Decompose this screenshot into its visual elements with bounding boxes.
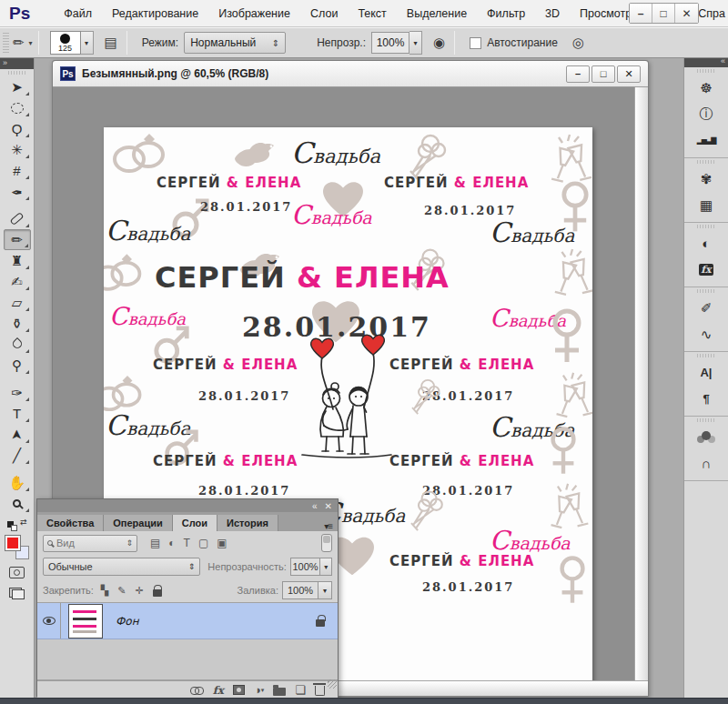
options-grip[interactable] — [3, 33, 9, 53]
line-tool[interactable]: ╱ — [4, 445, 31, 466]
pressure-opacity-icon[interactable]: ◉ — [430, 35, 449, 51]
layer-fill-value[interactable]: 100% — [282, 581, 318, 599]
crop-tool[interactable]: # — [4, 160, 31, 181]
layer-style-icon[interactable]: fx — [213, 684, 224, 697]
quick-mask-button[interactable] — [9, 567, 25, 578]
vertical-scrollbar[interactable] — [634, 87, 648, 680]
tools-collapse-button[interactable]: » — [0, 58, 34, 69]
lock-position-icon[interactable]: ✛ — [135, 585, 143, 597]
lock-transparency-icon[interactable]: ▚ — [101, 585, 108, 597]
brush-picker-arrow[interactable]: ▾ — [81, 31, 94, 55]
doc-minimize-button[interactable]: – — [566, 65, 590, 83]
paint-bucket-tool[interactable]: ⚱ — [4, 313, 31, 334]
airbrush-icon[interactable]: ◎ — [569, 35, 588, 51]
marquee-tool[interactable] — [4, 97, 31, 118]
pencil-tool[interactable]: ✏ — [4, 229, 31, 250]
doc-close-button[interactable]: ✕ — [617, 65, 641, 83]
swatches-panel-icon[interactable]: ▦ — [684, 192, 728, 218]
tab-свойства[interactable]: Свойства — [37, 515, 104, 531]
app-maximize-button[interactable]: □ — [652, 4, 675, 23]
path-select-tool[interactable]: ➤ — [4, 424, 31, 445]
brush-panel-icon[interactable]: ✐ — [684, 295, 728, 321]
doc-maximize-button[interactable]: □ — [592, 65, 615, 83]
menu-изображение[interactable]: Изображение — [208, 2, 300, 25]
panel-corner-grip[interactable] — [328, 679, 337, 689]
layer-filter-toggle[interactable] — [321, 534, 332, 552]
app-minimize-button[interactable]: – — [630, 4, 652, 23]
filter-type-layers-icon[interactable]: T — [184, 537, 190, 549]
color-panel-icon[interactable]: ✾ — [684, 166, 728, 192]
pencil-tool-icon[interactable]: ✏ — [9, 35, 28, 51]
dock-drag-handle[interactable] — [684, 417, 728, 424]
swap-colors-icon[interactable]: ⇄ — [7, 519, 27, 532]
panel-collapse-icon[interactable]: « — [312, 501, 318, 511]
tab-операции[interactable]: Операции — [104, 515, 172, 531]
tab-история[interactable]: История — [217, 515, 278, 531]
dock-drag-handle[interactable] — [684, 223, 728, 230]
clone-stamp-tool[interactable]: ♜ — [4, 250, 31, 271]
filter-pixel-layers-icon[interactable]: ▤ — [150, 537, 160, 549]
screen-mode-button[interactable] — [9, 588, 25, 599]
menu-3d[interactable]: 3D — [535, 2, 570, 25]
add-mask-icon[interactable] — [233, 685, 245, 695]
brush-panel-toggle-icon[interactable]: ▤ — [101, 35, 121, 51]
app-close-button[interactable]: ✕ — [675, 4, 698, 23]
document-titlebar[interactable]: Ps Безымянный.png @ 60,5% (RGB/8) – □ ✕ — [53, 61, 648, 87]
lock-pixels-icon[interactable]: ✎ — [117, 585, 126, 597]
menu-выделение[interactable]: Выделение — [397, 2, 477, 25]
autoerase-checkbox[interactable] — [470, 37, 481, 49]
move-tool[interactable]: ➤ — [4, 76, 31, 97]
healing-brush-tool[interactable] — [4, 208, 31, 229]
tool-preset-arrow[interactable]: ▾ — [29, 39, 33, 47]
color-themes-panel-icon[interactable] — [684, 424, 728, 450]
pen-tool[interactable]: ✑ — [4, 382, 31, 403]
menu-слои[interactable]: Слои — [300, 2, 348, 25]
paragraph-panel-icon[interactable]: ¶ — [684, 386, 728, 412]
eyedropper-tool[interactable]: ✒ — [4, 181, 31, 202]
histogram-panel-icon[interactable]: ▂▅▃▇ — [684, 127, 728, 154]
layer-row[interactable]: Фон — [37, 603, 338, 639]
blur-tool[interactable] — [4, 334, 31, 355]
magic-wand-tool[interactable]: ✳ — [4, 139, 31, 160]
panel-menu-icon[interactable]: ▾≡ — [324, 521, 332, 531]
link-layers-icon[interactable] — [190, 687, 204, 694]
brush-presets-panel-icon[interactable]: ∿ — [684, 321, 728, 347]
adjustment-layer-icon[interactable]: ◑▾ — [254, 683, 264, 697]
zoom-tool[interactable] — [4, 493, 31, 514]
navigator-panel-icon[interactable]: ☸ — [684, 75, 728, 101]
layer-filter-select[interactable]: Вид ⇕ — [43, 535, 137, 552]
new-group-icon[interactable] — [273, 685, 286, 696]
menu-редактирование[interactable]: Редактирование — [102, 2, 208, 25]
menu-фильтр[interactable]: Фильтр — [477, 2, 535, 25]
dock-drag-handle[interactable] — [684, 158, 728, 166]
layer-visibility-toggle[interactable] — [37, 603, 61, 639]
foreground-color-swatch[interactable] — [5, 536, 20, 550]
styles-panel-icon[interactable]: fx — [684, 256, 728, 283]
new-layer-icon[interactable]: ❏ — [295, 683, 306, 697]
type-tool[interactable]: T — [4, 403, 31, 424]
info-panel-icon[interactable]: ⓘ — [684, 101, 728, 127]
history-brush-tool[interactable]: ✍ — [4, 271, 31, 292]
tab-слои[interactable]: Слои — [173, 515, 217, 531]
paths-panel-icon[interactable]: ∩ — [684, 450, 728, 477]
opacity-arrow[interactable]: ▾ — [410, 31, 422, 55]
menu-текст[interactable]: Текст — [348, 2, 396, 25]
tools-drag-handle[interactable] — [0, 69, 34, 76]
layer-thumbnail[interactable] — [68, 604, 103, 639]
dock-drag-handle[interactable] — [684, 287, 728, 295]
delete-layer-icon[interactable] — [315, 684, 325, 696]
layer-fill-arrow[interactable]: ▾ — [318, 581, 332, 599]
blend-mode-select[interactable]: Нормальный ⇕ — [184, 32, 286, 54]
opacity-value[interactable]: 100% — [371, 32, 410, 54]
filter-adjustment-layers-icon[interactable]: ◐ — [168, 537, 175, 549]
menu-файл[interactable]: Файл — [54, 2, 102, 25]
layer-opacity-value[interactable]: 100% — [290, 558, 321, 576]
dock-drag-handle[interactable] — [684, 352, 728, 359]
adjustments-panel-icon[interactable]: ◐ — [684, 230, 728, 256]
lock-all-icon[interactable] — [153, 589, 162, 597]
lasso-tool[interactable]: Ϙ — [4, 118, 31, 139]
layer-blend-mode-select[interactable]: Обычные ⇕ — [43, 558, 200, 576]
filter-smart-objects-icon[interactable]: ▣ — [217, 537, 227, 549]
hand-tool[interactable]: ✋ — [4, 472, 31, 493]
dodge-tool[interactable]: ⚲ — [4, 355, 31, 376]
